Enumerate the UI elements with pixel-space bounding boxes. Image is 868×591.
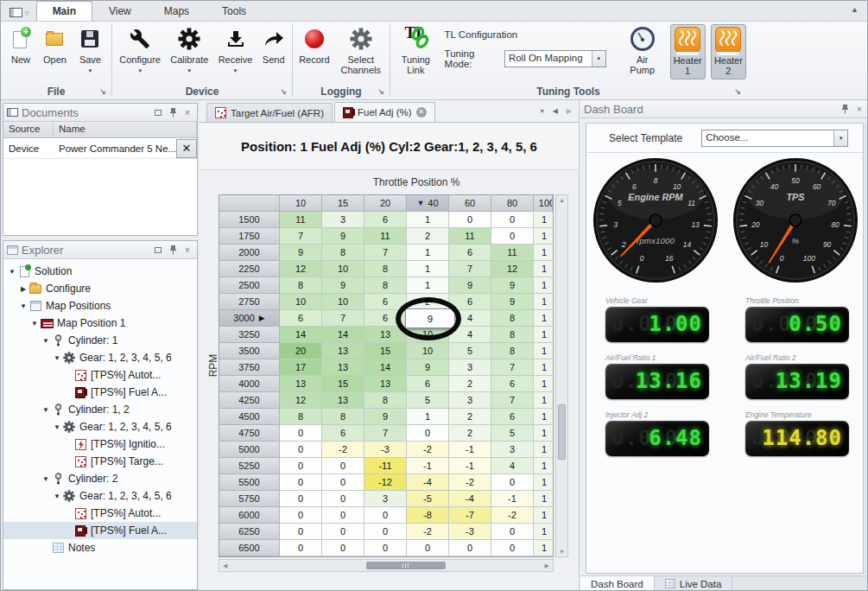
new-button[interactable]: + New [9, 24, 33, 67]
cell-6000-20[interactable]: 0 [364, 507, 407, 524]
cell-1750-80[interactable]: 0 [491, 228, 534, 245]
cell-4500-100[interactable]: 1 [534, 409, 553, 425]
cell-1500-60[interactable]: 0 [449, 212, 491, 228]
ribbon-tab-maps[interactable]: Maps [148, 1, 206, 21]
tree-item-map-position-1[interactable]: ▼Map Position 1 [3, 315, 197, 332]
cell-3250-15[interactable]: 14 [322, 327, 364, 343]
cell-6500-60[interactable]: 0 [449, 540, 491, 556]
send-button[interactable]: Send [260, 24, 288, 67]
documents-col-source[interactable]: Source [3, 122, 54, 137]
cell-4750-10[interactable]: 0 [280, 425, 322, 442]
col-header-10[interactable]: 10 [280, 195, 322, 212]
tuning-link-button[interactable]: TL Tuning Link [396, 24, 436, 77]
cell-2500-10[interactable]: 8 [280, 277, 322, 294]
cell-2000-40[interactable]: 1 [407, 245, 449, 261]
cell-4250-10[interactable]: 12 [280, 392, 322, 409]
tree-item-cylinder-1[interactable]: ▼Cylinder: 1 [3, 332, 197, 349]
row-header-5750[interactable]: 5750 [219, 491, 280, 507]
cell-2250-60[interactable]: 7 [449, 261, 491, 277]
cell-4250-80[interactable]: 7 [491, 392, 534, 409]
float-window-button[interactable] [152, 244, 164, 256]
pin-button[interactable] [839, 103, 851, 115]
tree-item-tps-autot[interactable]: [TPS%] Autot... [3, 505, 197, 522]
tree-item-notes[interactable]: Notes [3, 539, 197, 556]
cell-2000-10[interactable]: 9 [280, 245, 322, 261]
cell-2500-80[interactable]: 9 [491, 277, 534, 294]
cell-5750-20[interactable]: 3 [364, 491, 407, 507]
cell-1750-10[interactable]: 7 [280, 228, 322, 245]
cell-5500-100[interactable]: 1 [534, 474, 553, 491]
cell-3750-80[interactable]: 7 [491, 359, 534, 376]
cell-6500-20[interactable]: 0 [364, 540, 407, 556]
select-channels-button[interactable]: Select Channels [336, 24, 386, 77]
float-window-button[interactable] [152, 106, 164, 118]
cell-3750-20[interactable]: 14 [364, 359, 407, 376]
cell-5500-40[interactable]: -4 [407, 474, 449, 491]
col-header-100[interactable]: 100 [534, 195, 553, 212]
dialog-launcher-icon[interactable]: ↘ [734, 87, 741, 96]
tree-item-gear-1-2-3-4-5-6[interactable]: ▼Gear: 1, 2, 3, 4, 5, 6 [3, 349, 197, 366]
tree-item-solution[interactable]: ▼Solution [3, 263, 197, 280]
cell-4000-60[interactable]: 2 [449, 376, 491, 392]
cell-2750-15[interactable]: 10 [322, 294, 364, 310]
cell-4000-100[interactable]: 1 [534, 376, 553, 392]
cell-2250-20[interactable]: 8 [364, 261, 407, 277]
cell-4250-15[interactable]: 13 [322, 392, 364, 409]
document-row[interactable]: Device Power Commander 5 Ne... ✕ [3, 138, 197, 159]
cell-5250-15[interactable]: 0 [322, 458, 364, 474]
tree-item-tps-fuel-a[interactable]: [TPS%] Fuel A... [3, 384, 197, 401]
quick-access-toolbar[interactable]: ▽ [1, 8, 36, 21]
grid-horizontal-scrollbar[interactable]: ◀ ▶ [219, 559, 554, 572]
cell-4000-20[interactable]: 13 [364, 376, 407, 392]
record-button[interactable]: Record [296, 24, 332, 67]
cell-2500-60[interactable]: 9 [449, 277, 491, 294]
tree-item-tps-fuel-a[interactable]: [TPS%] Fuel A... [3, 522, 197, 539]
cell-5500-15[interactable]: 0 [322, 474, 364, 491]
scroll-left-icon[interactable]: ◀ [223, 562, 227, 569]
pin-button[interactable] [167, 244, 179, 256]
tree-item-gear-1-2-3-4-5-6[interactable]: ▼Gear: 1, 2, 3, 4, 5, 6 [3, 487, 197, 505]
cell-4250-100[interactable]: 1 [534, 392, 553, 409]
cell-2500-40[interactable]: 1 [407, 277, 449, 294]
close-icon[interactable]: × [853, 103, 865, 115]
row-header-3000[interactable]: 3000▶ [219, 310, 280, 327]
expander-open-icon[interactable]: ▼ [52, 354, 62, 362]
ribbon-tab-tools[interactable]: Tools [206, 1, 263, 21]
tree-item-cylinder-1-2[interactable]: ▼Cylinder: 1, 2 [3, 401, 197, 418]
expander-open-icon[interactable]: ▼ [18, 302, 29, 310]
scroll-right-icon[interactable]: ▶ [545, 562, 549, 569]
expander-open-icon[interactable]: ▼ [41, 475, 51, 483]
row-header-2250[interactable]: 2250 [219, 261, 280, 277]
col-header-80[interactable]: 80 [491, 195, 534, 212]
scroll-down-icon[interactable]: ▼ [559, 549, 565, 555]
cell-3750-15[interactable]: 13 [322, 359, 364, 376]
cell-3000-100[interactable]: 1 [534, 310, 553, 327]
row-header-5000[interactable]: 5000 [219, 442, 280, 458]
cell-3250-100[interactable]: 1 [534, 327, 553, 343]
cell-5000-10[interactable]: 0 [280, 442, 322, 458]
cell-3000-10[interactable]: 6 [280, 310, 322, 327]
heater-2-button[interactable]: Heater 2 [711, 24, 746, 79]
cell-5500-60[interactable]: -2 [449, 474, 491, 491]
row-header-5500[interactable]: 5500 [219, 474, 280, 491]
cell-2750-100[interactable]: 1 [534, 294, 553, 310]
cell-6500-80[interactable]: 0 [491, 540, 534, 556]
expander-open-icon[interactable]: ▼ [52, 423, 62, 431]
cell-5000-15[interactable]: -2 [322, 442, 364, 458]
row-header-4750[interactable]: 4750 [219, 425, 280, 442]
close-document-button[interactable]: ✕ [176, 139, 197, 158]
dialog-launcher-icon[interactable]: ↘ [99, 87, 106, 96]
cell-5000-80[interactable]: 3 [491, 442, 534, 458]
scroll-tabs-right-icon[interactable]: ▶ [567, 107, 572, 115]
row-header-6000[interactable]: 6000 [219, 507, 280, 524]
cell-5000-40[interactable]: -2 [407, 442, 449, 458]
cell-5750-100[interactable]: 1 [534, 491, 553, 507]
cell-3500-10[interactable]: 20 [280, 343, 322, 359]
pin-button[interactable] [167, 106, 179, 118]
cell-6250-40[interactable]: -2 [407, 524, 449, 540]
cell-6000-10[interactable]: 0 [280, 507, 322, 524]
row-header-3750[interactable]: 3750 [219, 359, 280, 376]
calibrate-button[interactable]: Calibrate ▼ [168, 24, 211, 78]
cell-4750-20[interactable]: 7 [364, 425, 407, 442]
cell-3750-10[interactable]: 17 [280, 359, 322, 376]
